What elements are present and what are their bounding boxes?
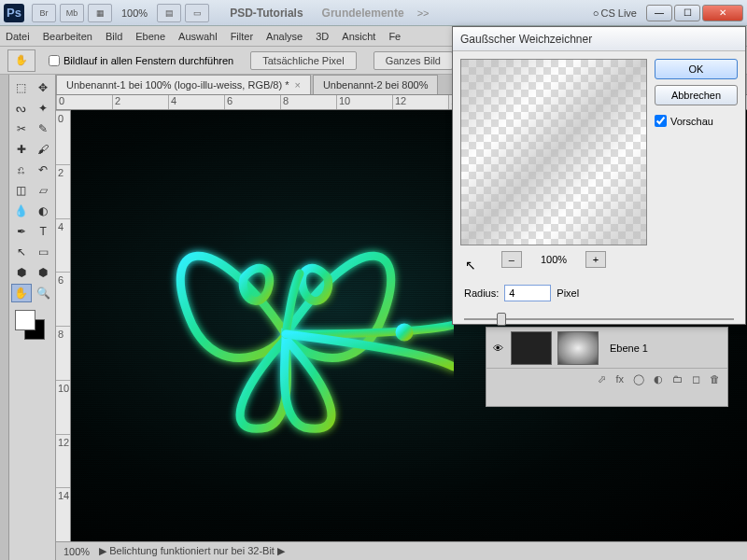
zoom-tool[interactable]: 🔍 — [34, 284, 54, 302]
preview-zoom: 100% — [541, 254, 567, 265]
pen-tool[interactable]: ✒ — [11, 222, 32, 241]
workspace-more[interactable]: >> — [417, 7, 430, 19]
cslive-icon: ○ — [593, 7, 599, 19]
color-swatches[interactable] — [15, 310, 52, 347]
foreground-color[interactable] — [15, 310, 35, 330]
blur-tool[interactable]: 💧 — [11, 202, 32, 220]
scroll-all-checkbox[interactable] — [49, 55, 60, 66]
adjustment-icon[interactable]: ◐ — [654, 373, 663, 385]
ruler-tick: 10 — [336, 95, 392, 109]
ruler-tick: 14 — [56, 487, 70, 541]
layers-panel: 👁 Ebene 1 ⬀ fx ◯ ◐ 🗀 ◻ 🗑 — [486, 327, 728, 407]
fit-screen-button[interactable]: Ganzes Bild — [374, 51, 453, 70]
3d-tool[interactable]: ⬢ — [11, 263, 32, 282]
gaussian-blur-dialog: Gaußscher Weichzeichner – 100% + OK Abbr… — [452, 26, 746, 325]
status-zoom[interactable]: 100% — [63, 546, 90, 557]
cslive-label[interactable]: CS Live — [600, 7, 637, 19]
document-tab-1[interactable]: Unbenannt-1 bei 100% (logo-illu-weiss, R… — [56, 75, 311, 94]
trash-icon[interactable]: 🗑 — [710, 373, 720, 385]
menu-ebene[interactable]: Ebene — [135, 31, 165, 42]
zoom-level[interactable]: 100% — [114, 7, 155, 19]
minimize-button[interactable]: — — [646, 5, 672, 21]
tab-2-label: Unbenannt-2 bei 800% — [323, 79, 429, 91]
radius-label: Radius: — [464, 287, 499, 299]
menu-datei[interactable]: Datei — [6, 31, 30, 42]
hand-tool[interactable]: ✋ — [11, 284, 32, 302]
ruler-tick: 12 — [392, 95, 448, 109]
menu-filter[interactable]: Filter — [231, 31, 253, 42]
document-tab-2[interactable]: Unbenannt-2 bei 800% — [313, 75, 439, 94]
eyedropper-tool[interactable]: ✎ — [34, 119, 54, 138]
mask-icon[interactable]: ◯ — [633, 373, 644, 385]
view-extras-button[interactable]: ▦ — [88, 4, 112, 22]
dodge-tool[interactable]: ◐ — [34, 202, 54, 220]
link-layers-icon[interactable]: ⬀ — [598, 373, 606, 385]
tab-1-close[interactable]: × — [294, 79, 300, 91]
marquee-tool[interactable]: ⬚ — [11, 78, 32, 97]
dialog-title[interactable]: Gaußscher Weichzeichner — [453, 27, 745, 51]
layer-mask-thumbnail[interactable] — [557, 331, 599, 365]
left-collapse-strip[interactable] — [0, 75, 9, 560]
layer-row[interactable]: 👁 Ebene 1 — [486, 328, 727, 369]
new-layer-icon[interactable]: ◻ — [692, 373, 700, 385]
layer-thumbnail[interactable] — [511, 331, 552, 365]
actual-pixels-button[interactable]: Tatsächliche Pixel — [250, 51, 356, 70]
gradient-tool[interactable]: ▱ — [34, 181, 54, 200]
canvas-artwork — [118, 166, 454, 465]
brush-tool[interactable]: 🖌 — [34, 140, 54, 159]
ok-button[interactable]: OK — [655, 59, 738, 79]
3d-camera-tool[interactable]: ⬢ — [34, 263, 54, 282]
radius-unit: Pixel — [557, 287, 579, 299]
zoom-in-button[interactable]: + — [585, 251, 606, 268]
radius-input[interactable] — [504, 285, 551, 301]
menu-auswahl[interactable]: Auswahl — [178, 31, 218, 42]
lasso-tool[interactable]: ᔓ — [11, 99, 32, 118]
workspace-label-2[interactable]: Grundelemente — [322, 7, 404, 20]
ruler-tick: 2 — [56, 164, 70, 218]
scroll-all-label: Bildlauf in allen Fenstern durchführen — [63, 55, 233, 66]
current-tool-preset[interactable]: ✋ — [7, 49, 35, 72]
slider-thumb[interactable] — [497, 313, 506, 326]
workspace-label-1[interactable]: PSD-Tutorials — [230, 7, 303, 20]
menu-ansicht[interactable]: Ansicht — [342, 31, 375, 42]
type-tool[interactable]: T — [34, 222, 54, 241]
tab-1-label: Unbenannt-1 bei 100% (logo-illu-weiss, R… — [66, 79, 289, 91]
close-button[interactable]: ✕ — [702, 5, 743, 21]
move-tool[interactable]: ✥ — [34, 78, 54, 97]
history-brush-tool[interactable]: ↶ — [34, 161, 54, 179]
ruler-vertical[interactable]: 02468101214 — [56, 110, 71, 541]
heal-tool[interactable]: ✚ — [11, 140, 32, 159]
crop-tool[interactable]: ✂ — [11, 119, 32, 138]
dialog-preview[interactable] — [460, 59, 647, 245]
radius-slider[interactable] — [464, 311, 734, 328]
screen-mode-button[interactable]: ▭ — [185, 4, 209, 22]
menu-fenster[interactable]: Fe — [388, 31, 401, 42]
path-select-tool[interactable]: ↖ — [11, 243, 32, 261]
menu-bearbeiten[interactable]: Bearbeiten — [43, 31, 92, 42]
fx-icon[interactable]: fx — [615, 373, 624, 385]
visibility-icon[interactable]: 👁 — [490, 343, 505, 354]
arrange-docs-button[interactable]: ▤ — [157, 4, 181, 22]
menu-3d[interactable]: 3D — [316, 31, 329, 42]
ruler-tick: 2 — [112, 95, 168, 109]
ruler-tick: 12 — [56, 434, 70, 488]
preview-checkbox[interactable] — [655, 115, 667, 127]
ruler-tick: 10 — [56, 380, 70, 434]
preview-checkbox-row[interactable]: Vorschau — [655, 115, 738, 127]
bridge-button[interactable]: Br — [32, 4, 56, 22]
maximize-button[interactable]: ☐ — [674, 5, 700, 21]
stamp-tool[interactable]: ⎌ — [11, 161, 32, 179]
ruler-tick: 0 — [56, 95, 112, 109]
menu-analyse[interactable]: Analyse — [266, 31, 303, 42]
cancel-button[interactable]: Abbrechen — [655, 85, 738, 105]
scroll-all-windows-check[interactable]: Bildlauf in allen Fenstern durchführen — [49, 55, 233, 66]
layer-name[interactable]: Ebene 1 — [610, 343, 648, 354]
status-message: ▶ Belichtung funktioniert nur bei 32-Bit… — [99, 545, 285, 557]
shape-tool[interactable]: ▭ — [34, 243, 54, 261]
menu-bild[interactable]: Bild — [106, 31, 122, 42]
eraser-tool[interactable]: ◫ — [11, 181, 32, 200]
folder-icon[interactable]: 🗀 — [672, 373, 683, 385]
wand-tool[interactable]: ✦ — [34, 99, 54, 118]
minibridge-button[interactable]: Mb — [60, 4, 84, 22]
zoom-out-button[interactable]: – — [501, 251, 522, 268]
